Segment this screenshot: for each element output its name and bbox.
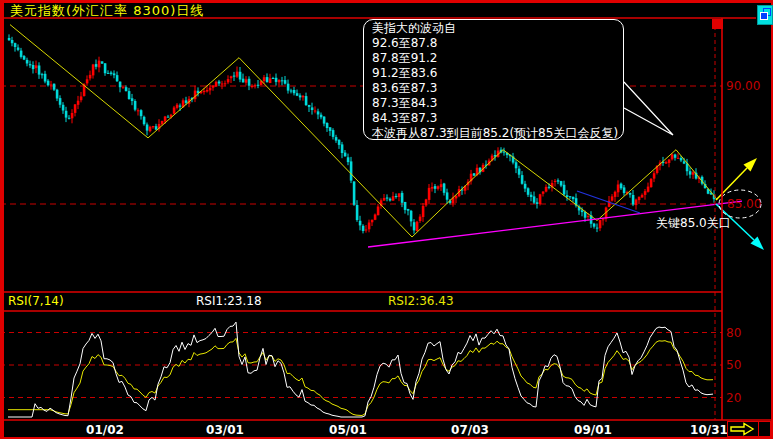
- rsi-axis-80: 80: [726, 326, 741, 340]
- annotation-line: 本波再从87.3到目前85.2(预计85关口会反复): [372, 126, 623, 141]
- x-axis-date: 05/01: [326, 423, 370, 437]
- x-axis-date: 01/02: [83, 423, 127, 437]
- annotation-bubble: 美指大的波动自 92.6至87.8 87.8至91.2 91.2至83.6 83…: [363, 19, 624, 140]
- x-axis-date: 10/31: [687, 423, 731, 437]
- app-window: 美元指数(外汇汇率 8300)日线 美指大的波动自 92.6至87.8 87.8…: [0, 0, 773, 439]
- annotation-bubble-tail: [621, 78, 677, 138]
- key-level-label: 关键85.0关口: [656, 215, 731, 232]
- page-title: 美元指数(外汇汇率 8300)日线: [10, 2, 204, 20]
- x-axis-date: 07/03: [448, 423, 492, 437]
- rsi1-line: [8, 322, 713, 417]
- scroll-right-arrow-icon: [729, 422, 757, 436]
- scrollbar-divider: [758, 422, 759, 436]
- annotation-line: 美指大的波动自: [372, 21, 623, 36]
- restore-window-icon[interactable]: [757, 5, 773, 25]
- annotation-line: 87.8至91.2: [372, 51, 623, 66]
- rsi2-value: RSI2:36.43: [388, 294, 454, 308]
- restore-window-icon-front-square: [760, 12, 768, 20]
- window-border-top: [0, 0, 773, 3]
- rsi-axis-20: 20: [726, 391, 741, 405]
- x-axis-date: 03/01: [203, 423, 247, 437]
- annotation-line: 84.3至87.3: [372, 111, 623, 126]
- rsi-indicator-label: RSI(7,14): [8, 294, 64, 308]
- annotation-line: 92.6至87.8: [372, 36, 623, 51]
- x-axis-date: 09/01: [571, 423, 615, 437]
- price-label-85: 85.00: [727, 197, 761, 211]
- rsi-axis-50: 50: [726, 358, 741, 372]
- window-border-left: [0, 0, 4, 439]
- price-label-90: 90.00: [726, 79, 760, 93]
- annotation-line: 91.2至83.6: [372, 66, 623, 81]
- rsi-header: RSI(7,14) RSI1:23.18 RSI2:36.43: [0, 294, 722, 310]
- annotation-line: 83.6至87.3: [372, 81, 623, 96]
- scroll-right-button[interactable]: [727, 421, 771, 437]
- rsi1-value: RSI1:23.18: [196, 294, 262, 308]
- annotation-line: 87.3至84.3: [372, 96, 623, 111]
